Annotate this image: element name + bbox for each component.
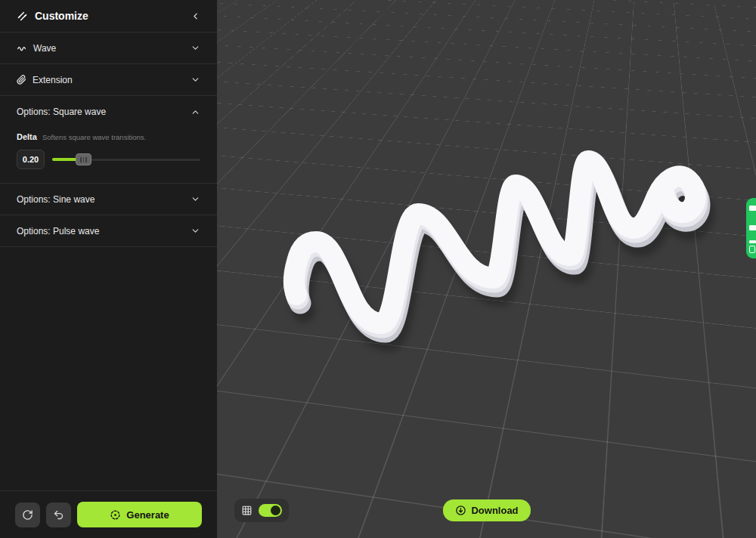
section-extension-label: Extension bbox=[33, 75, 191, 85]
wave-3d-model[interactable] bbox=[217, 0, 756, 538]
wave-icon bbox=[17, 43, 27, 54]
delta-value-field[interactable]: 0.20 bbox=[17, 150, 45, 169]
app-window: Customize Wave Extension bbox=[0, 0, 756, 538]
sidebar-header: Customize bbox=[0, 0, 217, 32]
section-wave[interactable]: Wave bbox=[0, 32, 217, 64]
grid-visibility-toggle[interactable] bbox=[259, 504, 282, 517]
customize-sliders-icon bbox=[17, 11, 28, 22]
chevron-up-icon bbox=[191, 107, 200, 117]
badge-glyph-fragment bbox=[749, 240, 756, 243]
section-wave-label: Wave bbox=[33, 43, 191, 54]
section-extension[interactable]: Extension bbox=[0, 64, 217, 96]
badge-glyph-fragment bbox=[749, 206, 756, 211]
chevron-down-icon bbox=[191, 194, 200, 204]
delta-param-label: Delta bbox=[17, 132, 37, 141]
square-wave-options-panel: Delta Softens square wave transitions. 0… bbox=[0, 128, 217, 184]
grid-toggle-pill bbox=[234, 499, 289, 522]
refresh-icon bbox=[22, 509, 33, 521]
delta-slider-thumb[interactable] bbox=[76, 153, 91, 165]
undo-button[interactable] bbox=[46, 502, 71, 527]
delta-slider[interactable] bbox=[52, 153, 200, 165]
section-pulse-wave-options[interactable]: Options: Pulse wave bbox=[0, 215, 217, 247]
generate-scan-icon bbox=[110, 509, 121, 521]
badge-glyph-fragment bbox=[749, 225, 756, 230]
sidebar-footer: Generate bbox=[0, 490, 217, 538]
download-button-label: Download bbox=[471, 505, 518, 516]
refresh-button[interactable] bbox=[15, 502, 40, 527]
chevron-down-icon bbox=[191, 75, 200, 85]
collapse-sidebar-icon[interactable] bbox=[191, 11, 200, 21]
edge-feedback-badge[interactable] bbox=[746, 198, 756, 258]
download-button[interactable]: Download bbox=[442, 499, 530, 521]
generate-button[interactable]: Generate bbox=[77, 502, 202, 527]
customize-sidebar: Customize Wave Extension bbox=[0, 0, 217, 538]
section-square-wave-options[interactable]: Options: Square wave bbox=[0, 96, 217, 128]
generate-button-label: Generate bbox=[126, 509, 169, 521]
section-square-wave-label: Options: Square wave bbox=[17, 107, 191, 117]
chevron-down-icon bbox=[191, 226, 200, 236]
badge-glyph-fragment bbox=[749, 246, 755, 253]
download-circle-arrow-icon bbox=[454, 505, 466, 516]
section-sine-wave-options[interactable]: Options: Sine wave bbox=[0, 184, 217, 215]
sidebar-title: Customize bbox=[35, 10, 191, 22]
viewport-3d[interactable]: Download bbox=[217, 0, 756, 538]
undo-icon bbox=[53, 509, 64, 521]
delta-param-description: Softens square wave transitions. bbox=[42, 133, 146, 141]
grid-icon bbox=[241, 505, 253, 516]
paperclip-icon bbox=[17, 75, 26, 85]
section-pulse-wave-label: Options: Pulse wave bbox=[17, 226, 191, 237]
section-sine-wave-label: Options: Sine wave bbox=[17, 194, 191, 205]
chevron-down-icon bbox=[191, 43, 200, 53]
toggle-knob bbox=[271, 506, 280, 515]
delta-value: 0.20 bbox=[23, 155, 39, 164]
